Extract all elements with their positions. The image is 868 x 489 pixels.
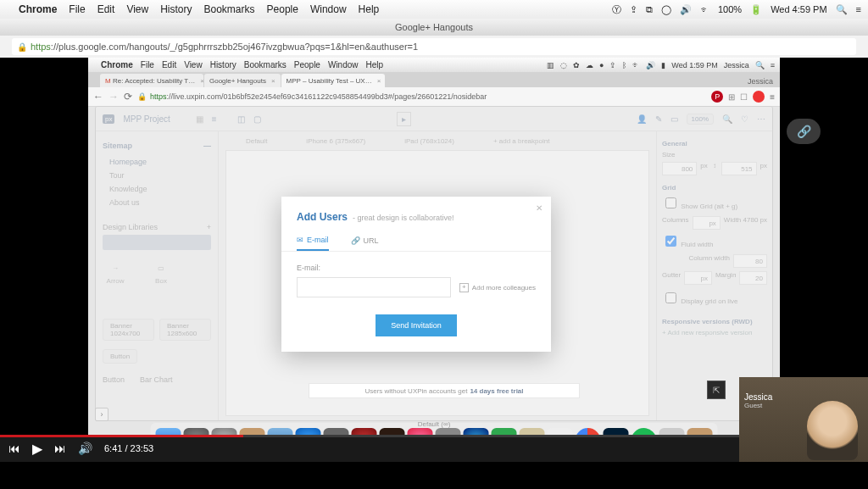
outer-menu-edit[interactable]: Edit	[97, 3, 115, 15]
spotlight-icon[interactable]: 🔍	[755, 61, 765, 69]
element-button[interactable]: Button	[103, 349, 137, 364]
element-bar-chart[interactable]: Bar Chart	[140, 375, 173, 384]
play-preview-icon[interactable]: ▸	[397, 112, 411, 126]
send-invitation-button[interactable]: Send Invitation	[376, 314, 457, 336]
inner-user[interactable]: Jessica	[724, 61, 749, 69]
menubar-extra-icon[interactable]: ●	[599, 61, 604, 69]
arrow-shape-icon[interactable]: →	[103, 258, 128, 277]
toolbar-icon[interactable]: ▢	[253, 114, 261, 124]
clock[interactable]: Wed 4:59 PM	[771, 4, 826, 14]
panel-section[interactable]: Grid	[662, 184, 767, 192]
outer-menu-window[interactable]: Window	[310, 3, 347, 15]
zoom-level[interactable]: 100%	[687, 114, 714, 125]
share-users-icon[interactable]: 👤	[637, 114, 647, 124]
inner-menu-bookmarks[interactable]: Bookmarks	[244, 60, 287, 69]
screen-icon[interactable]: ⧉	[646, 4, 653, 15]
inner-url-field[interactable]: 🔒 https://live.uxpin.com/01b6bf52e2454ef…	[137, 92, 706, 101]
add-rwd-button[interactable]: + Add new responsive version	[662, 329, 767, 336]
play-icon[interactable]: ▶	[32, 441, 42, 457]
tab-url[interactable]: 🔗URL	[351, 231, 379, 251]
popout-icon[interactable]: ⇱	[707, 381, 726, 399]
element-button[interactable]: Button	[103, 375, 125, 384]
spotlight-icon[interactable]: 🔍	[836, 4, 848, 15]
page-item[interactable]: About us	[103, 196, 211, 209]
menubar-extra-icon[interactable]: ▥	[547, 61, 554, 69]
volume-icon[interactable]: 🔊	[680, 4, 692, 15]
more-icon[interactable]: ⋯	[757, 114, 765, 124]
inner-user-badge[interactable]: Jessica	[741, 77, 780, 87]
add-icon[interactable]: +	[207, 223, 211, 231]
outer-menu-chrome[interactable]: Chrome	[19, 3, 57, 15]
width-input[interactable]: 800	[662, 162, 697, 175]
notification-center-icon[interactable]: ≡	[771, 61, 775, 69]
panel-section[interactable]: General	[662, 140, 767, 147]
seek-bar[interactable]	[0, 435, 868, 437]
inner-tab-hangouts[interactable]: Google+ Hangouts×	[204, 74, 281, 87]
menubar-extra-icon[interactable]: ✿	[573, 61, 580, 69]
add-more-button[interactable]: +Add more colleagues	[459, 283, 536, 292]
outer-menu-people[interactable]: People	[267, 3, 298, 15]
email-input[interactable]	[297, 277, 451, 297]
inner-menu-history[interactable]: History	[210, 60, 236, 69]
dropbox-icon[interactable]: ⇪	[609, 61, 616, 69]
add-breakpoint[interactable]: + add a breakpoint	[493, 137, 550, 145]
fluid-width-checkbox[interactable]	[665, 236, 676, 247]
outer-chrome-tab-title[interactable]: Google+ Hangouts	[395, 22, 473, 32]
outer-menu-file[interactable]: File	[69, 3, 85, 15]
volume-icon[interactable]: 🔊	[646, 61, 655, 69]
tab-email[interactable]: ✉E-mail	[297, 231, 329, 251]
bluetooth-icon[interactable]: ᛒ	[622, 61, 626, 69]
collapse-icon[interactable]: —	[203, 142, 211, 150]
columns-input[interactable]: px	[693, 216, 721, 230]
inner-menu-chrome[interactable]: Chrome	[101, 60, 133, 69]
banner-preset[interactable]: Banner 1285x600	[159, 319, 211, 341]
pinterest-ext-icon[interactable]: P	[711, 91, 723, 103]
breakpoint[interactable]: iPhone 6 (375x667)	[306, 137, 365, 145]
gutter-input[interactable]: px	[684, 271, 712, 285]
back-icon[interactable]: ←	[93, 91, 103, 103]
menubar-extra-icon[interactable]: ☁	[586, 61, 593, 69]
inner-menu-people[interactable]: People	[294, 60, 320, 69]
toolbar-icon[interactable]: ◫	[237, 114, 245, 124]
toolbar-icon[interactable]: ▦	[196, 114, 203, 124]
show-grid-checkbox[interactable]	[665, 197, 676, 208]
ext-icon[interactable]: ⊞	[728, 92, 735, 102]
display-icon[interactable]: ◯	[661, 4, 671, 15]
favorite-icon[interactable]: ♡	[741, 114, 748, 124]
col-width-input[interactable]: 80	[733, 254, 767, 268]
banner-preset[interactable]: Banner 1024x700	[103, 319, 154, 341]
dropbox-icon[interactable]: ⇪	[630, 4, 637, 15]
box-shape-icon[interactable]: ▭	[148, 258, 174, 277]
uxpin-logo-icon[interactable]: px	[103, 114, 114, 124]
breakpoint[interactable]: Default	[246, 137, 267, 145]
close-icon[interactable]: ×	[271, 77, 275, 85]
close-icon[interactable]: ✕	[536, 203, 542, 213]
hangout-link-icon[interactable]: 🔗	[787, 119, 821, 144]
search-icon[interactable]: 🔍	[722, 114, 732, 124]
evernote-icon[interactable]: Ⓨ	[612, 3, 621, 16]
outer-menu-bookmarks[interactable]: Bookmarks	[204, 3, 255, 15]
page-item[interactable]: Knowledge	[103, 182, 211, 196]
notification-center-icon[interactable]: ≡	[856, 4, 861, 14]
forward-icon[interactable]: →	[108, 91, 119, 103]
outer-menu-help[interactable]: Help	[359, 3, 380, 15]
battery-icon[interactable]: 🔋	[750, 4, 762, 15]
outer-menu-view[interactable]: View	[126, 3, 148, 15]
inner-tab-uxpin[interactable]: MPP – Usability Test – UX…×	[281, 74, 385, 87]
uxpin-ext-icon[interactable]	[753, 91, 765, 103]
participant-thumbnail[interactable]: ⇱ Jessica Guest	[739, 377, 868, 462]
comment-icon[interactable]: ✎	[655, 114, 662, 124]
sitemap-header[interactable]: Sitemap	[103, 142, 132, 150]
inner-menu-window[interactable]: Window	[328, 60, 359, 69]
wifi-icon[interactable]: ᯤ	[700, 4, 709, 14]
panel-expand-handle[interactable]: ›	[95, 408, 108, 421]
menubar-extra-icon[interactable]: ◌	[560, 61, 567, 69]
inner-menu-view[interactable]: View	[184, 60, 203, 69]
battery-icon[interactable]: ▮	[661, 61, 665, 69]
outer-menu-history[interactable]: History	[160, 3, 192, 15]
page-item[interactable]: Tour	[103, 169, 211, 182]
volume-icon[interactable]: 🔊	[78, 442, 92, 455]
ext-icon[interactable]: ☐	[740, 92, 748, 102]
toolbar-icon[interactable]: ≡	[212, 114, 217, 124]
breakpoint[interactable]: iPad (768x1024)	[404, 137, 454, 145]
